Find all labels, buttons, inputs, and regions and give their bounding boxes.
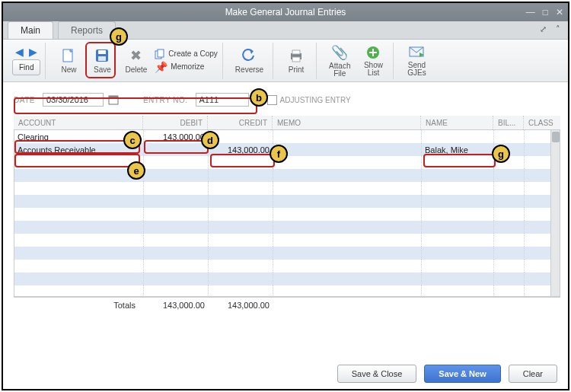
minimize-icon[interactable]: — [526,7,535,18]
adjusting-entry-checkbox[interactable] [267,95,277,105]
entry-no-input[interactable] [196,93,249,107]
grid-body[interactable]: Clearing 143,000.00 Accounts Receivable … [14,129,560,297]
totals-debit: 143,000.00 [143,301,208,310]
grid-row[interactable]: Clearing 143,000.00 [14,130,560,143]
col-class[interactable]: CLASS [524,116,554,129]
col-bill[interactable]: BIL... [493,116,524,129]
delete-icon: ✖ [130,47,142,64]
date-label: DATE [14,96,35,104]
delete-button[interactable]: ✖ Delete [120,43,152,78]
journal-grid: ACCOUNT DEBIT CREDIT MEMO NAME BIL... CL… [14,116,560,312]
new-button[interactable]: New [53,43,84,78]
cell-credit[interactable] [209,130,273,143]
totals-row: Totals 143,000.00 143,000.00 [14,297,560,312]
grid-header: ACCOUNT DEBIT CREDIT MEMO NAME BIL... CL… [14,116,560,129]
window-frame: Make General Journal Entries — □ ✕ Main … [2,2,569,390]
cell-bill[interactable] [494,143,525,156]
create-copy-button[interactable]: Create a Copy [155,49,217,59]
entry-no-label: ENTRY NO. [143,96,188,104]
collapse-ribbon-icon[interactable]: ˄ [556,24,560,34]
totals-label: Totals [14,301,143,310]
cell-account[interactable]: Accounts Receivable [14,143,144,156]
tab-main[interactable]: Main [8,21,53,39]
grid-row[interactable] [14,208,560,221]
grid-row[interactable] [14,247,560,260]
memorize-button[interactable]: 📌 Memorize [155,61,217,73]
grid-scrollbar[interactable] [550,130,560,296]
grid-row[interactable] [14,156,560,169]
cell-name[interactable] [422,130,494,143]
svg-rect-3 [98,56,106,61]
tab-reports[interactable]: Reports [58,21,116,39]
copy-icon [155,49,165,59]
grid-row[interactable] [14,285,560,297]
save-icon [94,47,110,64]
cell-credit[interactable]: 143,000.00 [209,143,273,156]
date-input[interactable] [43,93,104,107]
attach-icon: 📎 [331,44,348,61]
calendar-icon[interactable] [108,94,120,105]
entry-header: DATE ENTRY NO. ADJUSTING ENTRY [3,82,568,113]
cell-debit[interactable] [144,143,209,156]
send-gjes-button[interactable]: Send GJEs [401,43,432,78]
svg-rect-7 [292,50,300,54]
nav-prev-icon[interactable]: ◀ [14,46,26,58]
print-button[interactable]: Print [281,43,311,78]
toolbar: ◀ ▶ Find New Save ✖ Delete [3,40,568,82]
adjusting-entry-label: ADJUSTING ENTRY [280,96,351,104]
svg-rect-2 [98,50,106,54]
ribbon-tabs: Main Reports ⤢ ˄ [3,21,568,40]
save-button[interactable]: Save [87,43,117,78]
attach-file-button[interactable]: 📎 Attach File [324,43,355,78]
cell-memo[interactable] [273,143,422,156]
reverse-icon [241,47,257,64]
cell-bill[interactable] [494,130,525,143]
grid-row[interactable] [14,195,560,208]
show-list-button[interactable]: Show List [358,43,388,78]
close-icon[interactable]: ✕ [556,7,563,18]
svg-rect-12 [109,96,118,98]
col-debit[interactable]: DEBIT [143,116,208,129]
clear-button[interactable]: Clear [509,365,557,383]
find-button[interactable]: Find [12,59,40,75]
footer-buttons: Save & Close Save & New Clear [337,365,557,383]
add-list-icon [366,45,380,60]
grid-row[interactable] [14,169,560,182]
svg-rect-8 [292,57,300,62]
print-icon [289,47,304,64]
nav-next-icon[interactable]: ▶ [27,46,40,58]
grid-row[interactable] [14,182,560,195]
send-icon [409,45,424,60]
expand-icon[interactable]: ⤢ [540,24,547,34]
grid-row[interactable] [14,234,560,247]
cell-name[interactable]: Balak, Mike [422,143,494,156]
totals-credit: 143,000.00 [208,301,273,310]
svg-rect-5 [158,49,164,57]
grid-row[interactable] [14,260,560,272]
grid-row[interactable]: Accounts Receivable 143,000.00 Balak, Mi… [14,143,560,156]
grid-row[interactable] [14,221,560,234]
grid-row[interactable] [14,272,560,285]
col-account[interactable]: ACCOUNT [14,116,143,129]
save-and-close-button[interactable]: Save & Close [337,365,417,383]
titlebar: Make General Journal Entries — □ ✕ [3,3,568,21]
reverse-button[interactable]: Reverse [231,43,268,78]
cell-memo[interactable] [273,130,422,143]
new-icon [61,47,76,64]
memorize-icon: 📌 [155,61,167,73]
col-memo[interactable]: MEMO [273,116,421,129]
window-title: Make General Journal Entries [225,7,346,18]
col-name[interactable]: NAME [421,116,493,129]
cell-account[interactable]: Clearing [14,130,144,143]
save-and-new-button[interactable]: Save & New [424,365,500,383]
cell-debit[interactable]: 143,000.00 [144,130,209,143]
col-credit[interactable]: CREDIT [208,116,273,129]
maximize-icon[interactable]: □ [543,7,548,18]
